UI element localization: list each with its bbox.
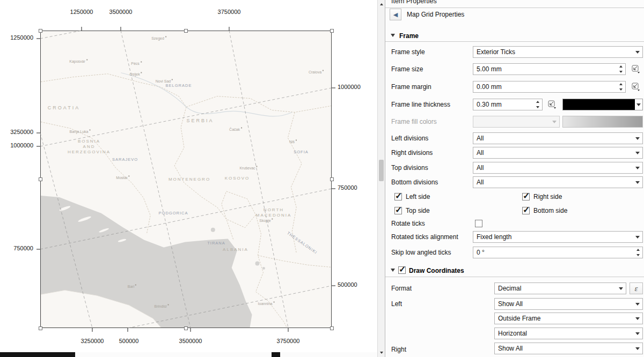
- spin-up-icon[interactable]: [534, 99, 541, 105]
- frame-line-thickness-spinbox[interactable]: 0.30 mm: [473, 99, 543, 110]
- selection-handle[interactable]: [330, 326, 334, 330]
- map-place-label: Szeged: [151, 36, 166, 40]
- left-position-select[interactable]: Outside Frame: [494, 313, 643, 324]
- data-defined-override-button[interactable]: [630, 81, 642, 93]
- rotated-ticks-alignment-label: Rotated ticks alignment: [391, 231, 458, 243]
- spin-up-icon[interactable]: [617, 81, 625, 87]
- frame-line-thickness-value: 0.30 mm: [477, 101, 502, 108]
- divider: [385, 41, 644, 42]
- map-place-label: Bari: [128, 285, 136, 288]
- horizontal-scrollbar[interactable]: [0, 352, 377, 357]
- map-place-label: ALBANIA: [223, 247, 248, 252]
- vertical-scrollbar[interactable]: [377, 0, 385, 357]
- map-place-label: Osijek: [129, 72, 142, 76]
- selection-handle[interactable]: [330, 29, 334, 33]
- layout-canvas[interactable]: CROATIABOSNIAANDHERZEGOVINASERBIAMONTENE…: [0, 0, 377, 357]
- horizontal-scrollbar-mark[interactable]: [272, 352, 280, 357]
- map-place-label: PODGORICA: [159, 211, 188, 215]
- rotated-ticks-alignment-select[interactable]: Fixed length: [473, 231, 643, 243]
- left-side-checkbox[interactable]: [394, 193, 402, 200]
- left-display-mode-select[interactable]: Show All: [494, 298, 643, 310]
- dropdown-arrow-icon: [633, 343, 642, 354]
- horizontal-scrollbar-thumb[interactable]: [0, 352, 75, 357]
- left-divisions-value: All: [477, 135, 484, 142]
- frame-style-label: Frame style: [391, 46, 425, 58]
- top-side-checkbox[interactable]: [394, 207, 402, 214]
- left-direction-select[interactable]: Horizontal: [494, 328, 643, 339]
- grid-coordinate-label: 1250000: [10, 34, 33, 41]
- collapse-triangle-icon[interactable]: [391, 34, 395, 37]
- back-button[interactable]: ◀: [390, 9, 401, 20]
- map-place-label: Kaposvár: [69, 59, 87, 63]
- map-item[interactable]: CROATIABOSNIAANDHERZEGOVINASERBIAMONTENE…: [40, 31, 332, 328]
- frame-style-select[interactable]: Exterior Ticks: [473, 46, 643, 58]
- frame-line-color-button[interactable]: [562, 99, 643, 110]
- frame-size-spinbox[interactable]: 5.00 mm: [473, 63, 626, 75]
- bottom-divisions-label: Bottom divisions: [391, 176, 438, 188]
- bottom-side-label: Bottom side: [533, 205, 567, 217]
- map-place-label: Čačak: [229, 128, 242, 131]
- collapse-triangle-icon[interactable]: [391, 269, 395, 272]
- spin-down-icon[interactable]: [617, 69, 625, 75]
- expression-button[interactable]: ε: [630, 282, 643, 294]
- map-place-label: MACEDONIA: [256, 213, 291, 218]
- spin-up-icon[interactable]: [634, 247, 642, 252]
- selection-handle[interactable]: [39, 326, 42, 330]
- selection-handle[interactable]: [184, 326, 188, 330]
- rotate-ticks-checkbox[interactable]: [475, 220, 482, 227]
- spin-down-icon[interactable]: [534, 105, 541, 110]
- dropdown-arrow-icon[interactable]: [635, 99, 642, 110]
- draw-coordinates-section-title: Draw Coordinates: [409, 265, 464, 276]
- qgis-layout-window: CROATIABOSNIAANDHERZEGOVINASERBIAMONTENE…: [0, 0, 644, 357]
- bottom-divisions-select[interactable]: All: [473, 176, 643, 188]
- top-side-label: Top side: [406, 205, 430, 217]
- map-place-label: Niš: [289, 140, 297, 144]
- format-select[interactable]: Decimal: [494, 282, 626, 294]
- top-divisions-select[interactable]: All: [473, 162, 643, 174]
- selection-handle[interactable]: [39, 177, 42, 181]
- right-divisions-select[interactable]: All: [473, 147, 643, 159]
- map-place-label: Ioannina: [258, 302, 275, 306]
- grid-coordinate-label: 500000: [338, 281, 357, 288]
- selection-handle[interactable]: [330, 177, 334, 181]
- left-divisions-select[interactable]: All: [473, 132, 643, 144]
- selection-handle[interactable]: [184, 29, 188, 33]
- map-place-label: AND: [83, 144, 96, 149]
- spin-down-icon[interactable]: [634, 252, 642, 258]
- map-place-label: NORTH: [264, 207, 284, 212]
- dropdown-arrow-icon: [616, 283, 626, 294]
- selection-handle[interactable]: [39, 29, 42, 33]
- right-display-mode-select[interactable]: Show All: [494, 343, 643, 354]
- grid-coordinate-label: 500000: [119, 338, 139, 344]
- frame-margin-spinbox[interactable]: 0.00 mm: [473, 81, 626, 93]
- grid-coordinate-label: 750000: [13, 245, 33, 251]
- map-place-label: SOFIA: [294, 150, 309, 154]
- map-place-label: Mostar: [116, 176, 129, 180]
- right-side-checkbox[interactable]: [522, 193, 530, 200]
- left-coordinates-label: Left: [391, 298, 402, 310]
- panel-subtitle: Map Grid Properties: [407, 9, 464, 20]
- map-place-label: Banja Luka: [69, 130, 90, 133]
- map-place-label: HERZEGOVINA: [68, 150, 111, 154]
- map-place-label: MONTENEGRO: [169, 177, 210, 182]
- color-swatch: [563, 99, 635, 110]
- data-defined-override-icon: [547, 100, 557, 109]
- frame-section-title: Frame: [399, 31, 419, 41]
- scroll-up-icon[interactable]: [378, 0, 385, 8]
- dropdown-arrow-icon: [633, 47, 642, 57]
- dropdown-arrow-icon: [633, 162, 642, 173]
- spin-up-icon[interactable]: [617, 64, 625, 69]
- divider: [385, 8, 644, 8]
- draw-coordinates-checkbox[interactable]: [398, 266, 406, 274]
- bottom-side-checkbox[interactable]: [522, 207, 530, 214]
- dropdown-arrow-icon: [633, 299, 642, 309]
- grid-coordinate-label: 3250000: [10, 129, 33, 135]
- spin-down-icon[interactable]: [617, 87, 625, 92]
- scroll-down-icon[interactable]: [378, 348, 385, 356]
- data-defined-override-button[interactable]: [546, 99, 559, 110]
- divider: [385, 277, 644, 277]
- data-defined-override-button[interactable]: [630, 63, 642, 75]
- skip-low-angled-ticks-spinbox[interactable]: 0 °: [473, 247, 643, 258]
- vertical-scrollbar-thumb[interactable]: [379, 160, 384, 181]
- right-divisions-label: Right divisions: [391, 147, 433, 159]
